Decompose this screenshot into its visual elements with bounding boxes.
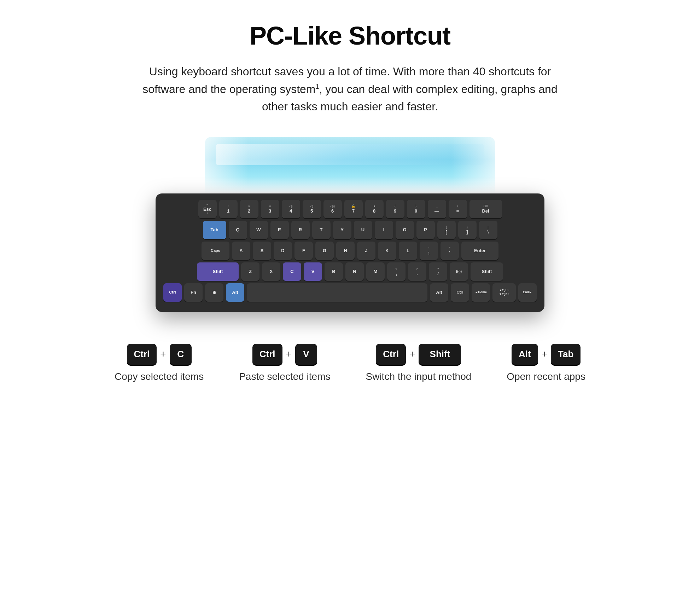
key-5[interactable]: ◁)5 xyxy=(303,200,321,218)
shortcut-key-ctrl-1[interactable]: Ctrl xyxy=(127,344,157,365)
key-row-4: Shift Z X C V B N M <, >. ?/ ((·)) Shift xyxy=(163,262,537,281)
key-row-3: Caps A S D F G H J K L :; "' Enter xyxy=(163,242,537,260)
shortcut-copy-label: Copy selected items xyxy=(115,371,204,382)
key-lbracket[interactable]: {[ xyxy=(437,221,456,239)
shortcut-input-label: Switch the input method xyxy=(366,371,472,382)
shortcut-key-shift[interactable]: Shift xyxy=(419,344,461,365)
shortcut-key-ctrl-3[interactable]: Ctrl xyxy=(376,344,406,365)
key-3[interactable]: ✶3 xyxy=(261,200,279,218)
key-row-1: ~Esc\ !1 ✶2 ✶3 ◁)4 ◁)5 ◁))6 🔒7 ★8 (9 )0 … xyxy=(163,200,537,218)
key-p[interactable]: P xyxy=(416,221,435,239)
key-t[interactable]: T xyxy=(312,221,331,239)
key-pgup-pgdn[interactable]: ▲PgUp▼PgDn xyxy=(492,283,516,302)
key-end[interactable]: End► xyxy=(518,283,537,302)
shortcut-key-v[interactable]: V xyxy=(295,344,317,365)
key-row-5: Ctrl Fn ⊞ Alt Alt Ctrl ◄Home ▲PgUp▼PgDn … xyxy=(163,283,537,302)
key-4[interactable]: ◁)4 xyxy=(282,200,300,218)
key-c[interactable]: C xyxy=(283,262,301,281)
plus-2: + xyxy=(286,348,292,360)
key-x[interactable]: X xyxy=(262,262,280,281)
key-ctrl-right[interactable]: Ctrl xyxy=(451,283,469,302)
key-alt-left[interactable]: Alt xyxy=(226,283,244,302)
key-fn-wifi[interactable]: ((·)) xyxy=(450,262,468,281)
key-ctrl-left[interactable]: Ctrl xyxy=(163,283,182,302)
key-7[interactable]: 🔒7 xyxy=(344,200,363,218)
shortcut-key-ctrl-2[interactable]: Ctrl xyxy=(252,344,282,365)
key-win[interactable]: ⊞ xyxy=(205,283,223,302)
key-enter[interactable]: Enter xyxy=(461,242,498,260)
key-9[interactable]: (9 xyxy=(386,200,404,218)
key-comma[interactable]: <, xyxy=(387,262,406,281)
key-tab[interactable]: Tab xyxy=(203,221,226,239)
key-e[interactable]: E xyxy=(270,221,289,239)
key-y[interactable]: Y xyxy=(333,221,351,239)
shortcuts-bar: Ctrl + C Copy selected items Ctrl + V Pa… xyxy=(115,344,585,382)
key-r[interactable]: R xyxy=(291,221,310,239)
key-equals[interactable]: += xyxy=(449,200,467,218)
keyboard-wrapper: ~Esc\ !1 ✶2 ✶3 ◁)4 ◁)5 ◁))6 🔒7 ★8 (9 )0 … xyxy=(156,137,544,312)
shortcut-key-c[interactable]: C xyxy=(170,344,192,365)
shortcut-paste: Ctrl + V Paste selected items xyxy=(239,344,330,382)
key-b[interactable]: B xyxy=(325,262,343,281)
key-h[interactable]: H xyxy=(336,242,355,260)
key-shift-left[interactable]: Shift xyxy=(197,262,239,281)
key-del[interactable]: ⌫Del xyxy=(469,200,502,218)
key-quote[interactable]: "' xyxy=(441,242,459,260)
key-z[interactable]: Z xyxy=(241,262,259,281)
shortcut-recent-keys: Alt + Tab xyxy=(512,344,581,365)
key-a[interactable]: A xyxy=(232,242,250,260)
key-s[interactable]: S xyxy=(253,242,271,260)
key-8[interactable]: ★8 xyxy=(365,200,384,218)
key-1[interactable]: !1 xyxy=(219,200,238,218)
shortcut-recent-label: Open recent apps xyxy=(507,371,585,382)
key-home[interactable]: ◄Home xyxy=(472,283,490,302)
key-w[interactable]: W xyxy=(250,221,268,239)
plus-4: + xyxy=(542,348,547,360)
shortcut-paste-label: Paste selected items xyxy=(239,371,330,382)
key-l[interactable]: L xyxy=(399,242,417,260)
plus-1: + xyxy=(160,348,166,360)
key-caps[interactable]: Caps xyxy=(202,242,229,260)
key-v[interactable]: V xyxy=(304,262,322,281)
shortcut-input: Ctrl + Shift Switch the input method xyxy=(366,344,472,382)
key-i[interactable]: I xyxy=(375,221,393,239)
page-title: PC-Like Shortcut xyxy=(250,21,450,50)
key-semicolon[interactable]: :; xyxy=(420,242,438,260)
shortcut-paste-keys: Ctrl + V xyxy=(252,344,317,365)
subtitle: Using keyboard shortcut saves you a lot … xyxy=(138,63,562,116)
shortcut-copy: Ctrl + C Copy selected items xyxy=(115,344,204,382)
key-period[interactable]: >. xyxy=(408,262,426,281)
key-k[interactable]: K xyxy=(378,242,396,260)
key-2[interactable]: ✶2 xyxy=(240,200,258,218)
key-minus[interactable]: _— xyxy=(428,200,446,218)
key-alt-right[interactable]: Alt xyxy=(430,283,448,302)
key-slash[interactable]: ?/ xyxy=(429,262,447,281)
key-d[interactable]: D xyxy=(274,242,292,260)
key-space[interactable] xyxy=(247,283,427,302)
shortcut-recent: Alt + Tab Open recent apps xyxy=(507,344,585,382)
key-q[interactable]: Q xyxy=(229,221,247,239)
key-u[interactable]: U xyxy=(354,221,372,239)
plus-3: + xyxy=(409,348,415,360)
key-0[interactable]: )0 xyxy=(407,200,425,218)
key-n[interactable]: N xyxy=(345,262,364,281)
shortcut-key-alt[interactable]: Alt xyxy=(512,344,538,365)
key-rbracket[interactable]: }] xyxy=(458,221,477,239)
tablet-screen xyxy=(205,137,495,193)
key-fn[interactable]: Fn xyxy=(184,283,203,302)
key-6[interactable]: ◁))6 xyxy=(323,200,342,218)
key-row-2: Tab Q W E R T Y U I O P {[ }] |\ xyxy=(163,221,537,239)
footnote-superscript: 1 xyxy=(315,83,319,90)
key-g[interactable]: G xyxy=(315,242,334,260)
key-j[interactable]: J xyxy=(357,242,375,260)
key-f[interactable]: F xyxy=(294,242,313,260)
key-shift-right[interactable]: Shift xyxy=(471,262,503,281)
shortcut-input-keys: Ctrl + Shift xyxy=(376,344,461,365)
keyboard: ~Esc\ !1 ✶2 ✶3 ◁)4 ◁)5 ◁))6 🔒7 ★8 (9 )0 … xyxy=(156,193,544,312)
shortcut-copy-keys: Ctrl + C xyxy=(127,344,192,365)
key-m[interactable]: M xyxy=(366,262,385,281)
shortcut-key-tab[interactable]: Tab xyxy=(551,344,581,365)
key-esc[interactable]: ~Esc\ xyxy=(198,200,217,218)
key-backslash[interactable]: |\ xyxy=(479,221,497,239)
key-o[interactable]: O xyxy=(396,221,414,239)
